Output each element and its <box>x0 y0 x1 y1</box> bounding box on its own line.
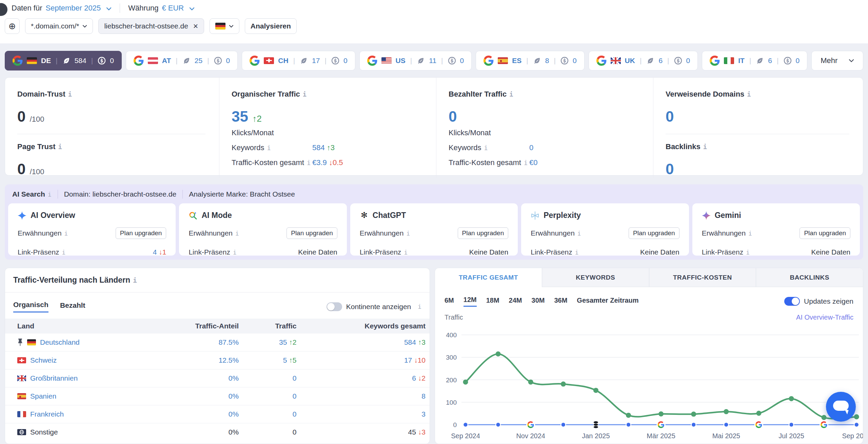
tab-organisch[interactable]: Organisch <box>13 301 48 312</box>
col-keywords-gesamt[interactable]: Keywords gesamt <box>305 319 430 334</box>
chart-tab-traffic-kosten[interactable]: TRAFFIC-KOSTEN <box>649 268 756 287</box>
keywords-cell[interactable]: 584 ↑3 <box>305 334 430 351</box>
data-point-sep-2024[interactable] <box>463 380 468 385</box>
info-icon[interactable]: i <box>746 249 750 256</box>
upgrade-plan-button[interactable]: Plan upgraden <box>116 227 166 239</box>
info-icon[interactable]: i <box>307 159 311 166</box>
col-traffic-anteil[interactable]: Traffic-Anteil <box>147 319 248 334</box>
info-icon[interactable]: i <box>509 91 513 98</box>
range-gesamter-zeitraum[interactable]: Gesamter Zeitraum <box>577 297 638 306</box>
data-point-jan-2025[interactable] <box>593 388 598 393</box>
upgrade-plan-button[interactable]: Plan upgraden <box>629 227 679 239</box>
info-icon[interactable]: i <box>267 144 271 152</box>
info-icon[interactable]: i <box>64 230 68 237</box>
range-24m[interactable]: 24M <box>509 297 522 306</box>
country-link[interactable]: Spanien <box>30 392 56 400</box>
col-land[interactable]: Land <box>5 319 147 334</box>
traffic-cell[interactable]: 5 ↑5 <box>248 351 305 369</box>
keywords-cell[interactable]: 8 <box>305 387 430 405</box>
close-icon[interactable]: ✕ <box>193 22 198 30</box>
add-domain-button[interactable]: ⊕ <box>5 18 20 34</box>
more-countries-select[interactable]: Mehr <box>811 51 863 70</box>
data-point-okt-2024[interactable] <box>496 351 501 357</box>
country-tab-ch[interactable]: CH|17|S0 <box>242 51 355 70</box>
data-point-feb-2025[interactable] <box>626 413 631 418</box>
organic-cost-value[interactable]: €3.9 <box>312 158 327 167</box>
data-point-sep-2025[interactable] <box>854 414 859 419</box>
info-icon[interactable]: i <box>577 230 581 237</box>
timeline-dot[interactable] <box>854 422 859 427</box>
info-icon[interactable]: i <box>68 91 72 98</box>
traffic-share-cell[interactable]: 12.5% <box>147 351 248 369</box>
traffic-share-cell[interactable]: 0% <box>147 387 248 405</box>
domain-input-chip[interactable]: liebscher-bracht-ostsee.de ✕ <box>98 18 204 34</box>
country-tab-uk[interactable]: UK|6|S0 <box>589 51 698 70</box>
range-36m[interactable]: 36M <box>554 297 567 306</box>
data-point-dez-2024[interactable] <box>561 382 566 387</box>
chart-tab-keywords[interactable]: KEYWORDS <box>542 268 649 287</box>
timeline-dot[interactable] <box>626 422 631 427</box>
info-icon[interactable]: i <box>575 249 579 256</box>
timeline-dot[interactable] <box>691 422 696 427</box>
info-icon[interactable]: i <box>747 91 751 98</box>
info-icon[interactable]: i <box>418 303 421 310</box>
chevron-down-icon[interactable] <box>189 4 195 13</box>
chat-launcher-button[interactable] <box>826 392 856 422</box>
data-point-apr-2025[interactable] <box>691 411 696 417</box>
info-icon[interactable]: i <box>703 143 707 150</box>
country-tab-it[interactable]: IT|6|S0 <box>702 51 807 70</box>
data-point-nov-2024[interactable] <box>528 380 533 385</box>
country-link[interactable]: Schweiz <box>30 356 57 364</box>
info-icon[interactable]: i <box>484 144 488 152</box>
traffic-share-cell[interactable]: 0% <box>147 423 248 441</box>
other-update-icon[interactable] <box>593 426 598 428</box>
period-select[interactable]: September 2025 <box>46 4 101 13</box>
data-point-mär-2025[interactable] <box>658 411 664 417</box>
timeline-dot[interactable] <box>789 422 794 427</box>
info-icon[interactable]: i <box>524 159 528 166</box>
traffic-share-cell[interactable]: 87.5% <box>147 334 248 351</box>
country-tab-de[interactable]: DE|584|S0 <box>5 51 122 70</box>
info-icon[interactable]: i <box>303 91 307 98</box>
traffic-cell[interactable]: 0 <box>248 387 305 405</box>
country-flag-select[interactable] <box>210 18 239 34</box>
range-18m[interactable]: 18M <box>486 297 499 306</box>
info-icon[interactable]: i <box>48 191 52 198</box>
traffic-share-cell[interactable]: 0% <box>147 405 248 423</box>
upgrade-plan-button[interactable]: Plan upgraden <box>458 227 509 239</box>
info-icon[interactable]: i <box>58 143 62 150</box>
info-icon[interactable]: i <box>233 249 237 256</box>
upgrade-plan-button[interactable]: Plan upgraden <box>800 227 850 239</box>
tab-bezahlt[interactable]: Bezahlt <box>60 301 85 312</box>
other-update-icon[interactable] <box>593 421 598 423</box>
keywords-cell[interactable]: 6 ↓2 <box>305 369 430 387</box>
traffic-cell[interactable]: 0 <box>248 405 305 423</box>
country-tab-at[interactable]: AT|25|S0 <box>126 51 238 70</box>
ai-overview-traffic-link[interactable]: AI Overview-Traffic <box>796 314 853 321</box>
traffic-cell[interactable]: 35 ↑2 <box>248 334 305 351</box>
url-pattern-select[interactable]: *.domain.com/* <box>25 18 93 34</box>
range-30m[interactable]: 30M <box>532 297 545 306</box>
info-icon[interactable]: i <box>404 249 408 256</box>
traffic-line-chart[interactable]: 0100200300400Sep 2024Nov 2024Jan 2025Mär… <box>435 322 863 444</box>
country-link[interactable]: Großbritannien <box>30 374 78 382</box>
info-icon[interactable]: i <box>235 230 239 237</box>
country-link[interactable]: Deutschland <box>40 338 80 346</box>
country-link[interactable]: Frankreich <box>30 410 64 418</box>
keywords-cell[interactable]: 45 ↓3 <box>305 423 430 441</box>
chevron-down-icon[interactable] <box>106 4 112 13</box>
col-traffic[interactable]: Traffic <box>248 319 305 334</box>
chart-tab-backlinks[interactable]: BACKLINKS <box>756 268 863 287</box>
data-point-mai-2025[interactable] <box>724 409 729 414</box>
timeline-dot[interactable] <box>463 422 468 427</box>
country-link[interactable]: Sonstige <box>30 428 58 436</box>
chart-tab-traffic-gesamt[interactable]: TRAFFIC GESAMT <box>435 268 542 287</box>
other-update-icon[interactable] <box>593 423 598 426</box>
traffic-cell[interactable]: 0 <box>248 423 305 441</box>
timeline-dot[interactable] <box>496 422 500 427</box>
data-point-aug-2025[interactable] <box>822 415 827 420</box>
country-tab-us[interactable]: US|11|S0 <box>359 51 472 70</box>
info-icon[interactable]: i <box>62 249 66 256</box>
info-icon[interactable]: i <box>748 230 752 237</box>
data-point-jul-2025[interactable] <box>789 396 794 401</box>
